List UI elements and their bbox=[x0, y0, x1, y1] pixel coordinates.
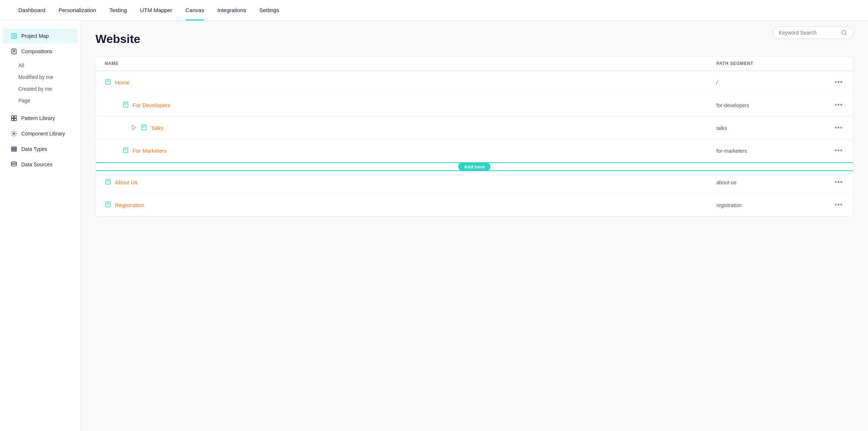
keyword-search-bar[interactable] bbox=[773, 26, 853, 39]
svg-point-18 bbox=[11, 162, 17, 164]
row-actions-home: ••• bbox=[827, 77, 844, 88]
search-icon bbox=[841, 30, 847, 36]
more-actions-talks[interactable]: ••• bbox=[833, 123, 844, 133]
row-path-for-marketers: for-marketers bbox=[716, 148, 827, 154]
sidebar-label-compositions: Compositions bbox=[21, 48, 53, 54]
sidebar-item-component-library[interactable]: Component Library bbox=[3, 126, 77, 141]
row-path-registration: registration bbox=[716, 202, 827, 208]
col-path-segment: PATH SEGMENT bbox=[716, 61, 827, 66]
page-link-talks[interactable]: Talks bbox=[151, 125, 163, 131]
add-here-row: Add here bbox=[96, 162, 853, 171]
table-row: Talks talks ••• bbox=[96, 117, 853, 140]
more-actions-home[interactable]: ••• bbox=[833, 77, 844, 88]
nav-personalization[interactable]: Personalization bbox=[52, 0, 103, 21]
search-input[interactable] bbox=[779, 30, 838, 36]
data-types-icon bbox=[10, 145, 18, 153]
table-row: About Us about-us ••• bbox=[96, 171, 853, 194]
svg-point-14 bbox=[13, 133, 15, 135]
row-name-for-developers: For Developers bbox=[105, 101, 716, 109]
row-path-talks: talks bbox=[716, 125, 827, 131]
row-path-home: / bbox=[716, 80, 827, 86]
row-name-talks: Talks bbox=[105, 124, 716, 132]
sidebar-item-project-map[interactable]: Project Map bbox=[3, 29, 77, 43]
svg-rect-3 bbox=[15, 33, 17, 35]
row-name-about-us: About Us bbox=[105, 178, 716, 186]
svg-rect-17 bbox=[11, 150, 17, 151]
sidebar-sub-modified[interactable]: Modified by me bbox=[0, 71, 80, 83]
page-link-about-us[interactable]: About Us bbox=[115, 179, 138, 185]
project-map-icon bbox=[10, 32, 18, 40]
component-library-icon bbox=[10, 130, 18, 137]
row-actions-talks: ••• bbox=[827, 123, 844, 133]
row-path-about-us: about-us bbox=[716, 180, 827, 185]
sidebar-label-data-sources: Data Sources bbox=[21, 162, 53, 167]
page-icon bbox=[122, 101, 129, 109]
svg-rect-13 bbox=[14, 119, 17, 121]
nav-integrations[interactable]: Integrations bbox=[211, 0, 253, 21]
compositions-icon bbox=[10, 48, 18, 55]
sidebar-label-project-map: Project Map bbox=[21, 33, 49, 39]
page-icon bbox=[141, 124, 147, 132]
nav-utm-mapper[interactable]: UTM Mapper bbox=[133, 0, 179, 21]
row-name-for-marketers: For Marketers bbox=[105, 147, 716, 155]
table-header: NAME PATH SEGMENT bbox=[96, 57, 853, 71]
page-link-for-marketers[interactable]: For Marketers bbox=[133, 148, 167, 154]
row-path-for-developers: for-developers bbox=[716, 102, 827, 108]
top-nav: Dashboard Personalization Testing UTM Ma… bbox=[0, 0, 868, 21]
page-icon bbox=[105, 178, 111, 186]
sidebar-label-component-library: Component Library bbox=[21, 131, 65, 137]
page-icon bbox=[122, 147, 129, 155]
sidebar-item-compositions[interactable]: Compositions bbox=[3, 44, 77, 59]
svg-rect-12 bbox=[11, 119, 14, 121]
nav-settings[interactable]: Settings bbox=[253, 0, 286, 21]
table-row: For Marketers for-marketers ••• bbox=[96, 140, 853, 162]
page-icon bbox=[105, 79, 111, 87]
add-here-button[interactable]: Add here bbox=[458, 163, 491, 171]
nav-canvas[interactable]: Canvas bbox=[179, 0, 211, 21]
svg-rect-10 bbox=[11, 116, 14, 118]
sidebar-label-pattern-library: Pattern Library bbox=[21, 115, 55, 121]
nav-testing[interactable]: Testing bbox=[103, 0, 134, 21]
svg-rect-11 bbox=[14, 116, 17, 118]
sidebar-item-data-sources[interactable]: Data Sources bbox=[3, 157, 77, 172]
row-actions-for-marketers: ••• bbox=[827, 145, 844, 156]
svg-rect-5 bbox=[15, 37, 17, 39]
data-sources-icon bbox=[10, 161, 18, 168]
svg-line-1 bbox=[845, 34, 846, 35]
table-row: For Developers for-developers ••• bbox=[96, 94, 853, 117]
more-actions-for-developers[interactable]: ••• bbox=[833, 100, 844, 111]
row-name-home: Home bbox=[105, 79, 716, 87]
page-link-for-developers[interactable]: For Developers bbox=[133, 102, 170, 108]
svg-rect-4 bbox=[11, 37, 13, 39]
nav-dashboard[interactable]: Dashboard bbox=[12, 0, 52, 21]
table-row: Home / ••• bbox=[96, 71, 853, 94]
sidebar-item-data-types[interactable]: Data Types bbox=[3, 142, 77, 156]
sidebar: Project Map Compositions All Modified by… bbox=[0, 21, 81, 431]
sidebar-sub-created[interactable]: Created by me bbox=[0, 83, 80, 95]
sidebar-sub-page[interactable]: Page bbox=[0, 95, 80, 106]
main-content: Website NAME PATH SEGMENT bbox=[81, 21, 868, 431]
table-row: Registration registration ••• bbox=[96, 194, 853, 216]
row-actions-for-developers: ••• bbox=[827, 100, 844, 111]
col-actions bbox=[827, 61, 844, 66]
col-name: NAME bbox=[105, 61, 716, 66]
more-actions-for-marketers[interactable]: ••• bbox=[833, 145, 844, 156]
page-title: Website bbox=[95, 32, 853, 46]
more-actions-about-us[interactable]: ••• bbox=[833, 177, 844, 188]
svg-rect-15 bbox=[11, 147, 17, 148]
row-actions-about-us: ••• bbox=[827, 177, 844, 188]
row-actions-registration: ••• bbox=[827, 200, 844, 210]
pattern-library-icon bbox=[10, 115, 18, 122]
page-link-home[interactable]: Home bbox=[115, 79, 130, 86]
pages-table: NAME PATH SEGMENT Hom bbox=[95, 56, 853, 217]
svg-point-0 bbox=[842, 30, 846, 35]
sidebar-sub-all[interactable]: All bbox=[0, 59, 80, 71]
page-link-registration[interactable]: Registration bbox=[115, 202, 144, 208]
svg-rect-16 bbox=[11, 149, 17, 150]
sidebar-item-pattern-library[interactable]: Pattern Library bbox=[3, 111, 77, 126]
svg-rect-2 bbox=[11, 33, 13, 35]
sidebar-label-data-types: Data Types bbox=[21, 146, 47, 152]
svg-marker-25 bbox=[132, 125, 135, 130]
more-actions-registration[interactable]: ••• bbox=[833, 200, 844, 210]
arrow-icon bbox=[131, 124, 137, 132]
